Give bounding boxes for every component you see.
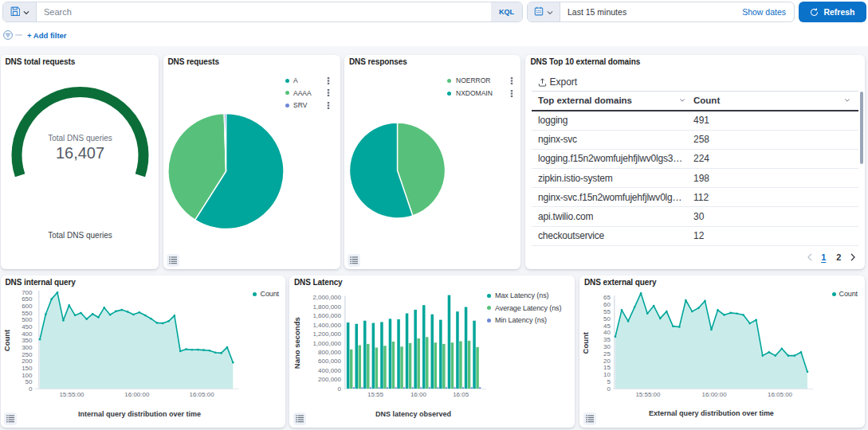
cell-domain[interactable]: api.twilio.com [532,207,688,225]
gauge-center-label: Total DNS queries [48,134,112,143]
table-row: logging491 [532,111,859,131]
cell-domain[interactable]: zipkin.istio-system [532,169,688,187]
time-range-value[interactable]: Last 15 minutes [560,2,734,22]
page-button-1[interactable]: 1 [817,250,830,264]
panel-title: DNS responses [349,57,407,66]
legend-item[interactable]: Average Latency (ns) [487,303,562,314]
svg-text:400,000: 400,000 [318,366,341,373]
column-header-domains[interactable]: Top external domains [532,92,688,110]
panel-requests: DNS requestsAAAAASRV [163,55,340,269]
legend-actions-icon[interactable] [327,102,330,109]
filter-bar: + Add filter [0,24,868,46]
column-header-label: Count [693,96,720,105]
responses-pie-chart [344,55,520,269]
date-quick-select-button[interactable] [528,2,560,22]
calendar-icon [534,6,544,18]
legend-actions-icon[interactable] [327,77,330,84]
svg-text:15: 15 [603,364,611,371]
legend-item[interactable]: AAAA [285,88,312,99]
panel-responses: DNS responsesNOERRORNXDOMAIN [344,55,520,269]
add-filter-button[interactable]: + Add filter [27,31,67,40]
cell-domain[interactable]: logging [532,111,688,130]
svg-text:400: 400 [22,330,33,337]
svg-text:50: 50 [25,378,32,385]
previous-page-button[interactable] [804,250,815,264]
legend-label: NOERROR [456,76,490,84]
legend-color-dot [447,79,451,83]
refresh-button[interactable]: Refresh [799,2,866,22]
legend-color-dot [447,92,451,96]
gauge-chart: Total DNS queries16,407Total DNS queries [1,55,159,269]
legend-item[interactable]: NXDOMAIN [447,88,493,99]
column-header-count[interactable]: Count [687,92,858,110]
svg-text:550: 550 [22,309,33,316]
kibana-dns-dashboard: Search KQL Last 15 minutes Show dates Re… [0,0,868,430]
column-header-label: Top external domains [538,96,632,105]
legend-actions-icon[interactable] [510,77,513,84]
cell-domain[interactable]: checkoutservice [532,227,688,245]
cell-domain[interactable]: logging.f15n2womfujehfjlwv0lgs3nog.... [532,150,688,168]
cell-count: 112 [687,188,858,206]
legend-color-dot [253,292,257,296]
legend-label: Count [261,290,280,298]
legend-label: SRV [293,101,307,109]
panel-external: DNS external query0510152025303540455055… [579,276,865,428]
legend-label: NXDOMAIN [456,89,493,97]
cell-domain[interactable]: nginx-svc [532,131,688,149]
svg-text:0: 0 [607,385,611,392]
cell-count: 258 [687,131,858,149]
legend-item[interactable]: Count [832,288,858,299]
panel-gauge: DNS total requestsTotal DNS queries16,40… [1,55,159,269]
legend-actions-icon[interactable] [510,90,513,97]
page-button-2[interactable]: 2 [832,250,845,264]
svg-text:16:00:00: 16:00:00 [124,391,150,398]
saved-query-menu-button[interactable] [3,2,37,22]
refresh-icon [810,8,819,17]
legend-toggle-button[interactable] [167,254,179,267]
next-page-button[interactable] [847,250,858,264]
legend-toggle-button[interactable] [293,412,306,425]
legend-color-dot [487,306,491,310]
svg-text:16:05: 16:05 [453,391,469,398]
svg-text:250: 250 [22,350,33,358]
legend-item[interactable]: Min Latency (ns) [487,315,547,326]
panel-table: DNS Top 10 external domainsExportTop ext… [525,55,866,269]
legend-item[interactable]: Count [253,288,279,299]
search-input[interactable]: Search KQL [37,2,522,22]
show-dates-button[interactable]: Show dates [734,2,794,22]
cell-count: 30 [687,207,858,225]
svg-text:60: 60 [603,301,611,308]
cell-domain[interactable]: nginx-svc.f15n2womfujehfjlwv0lgs3no... [532,188,688,206]
kql-badge[interactable]: KQL [491,2,522,22]
legend-item[interactable]: A [285,75,298,86]
panel-title: DNS external query [584,278,656,287]
legend-toggle-button[interactable] [348,254,360,267]
svg-text:16:00: 16:00 [410,391,427,398]
svg-text:16:05:00: 16:05:00 [768,390,793,397]
filter-icon[interactable] [3,30,13,40]
legend-item[interactable]: NOERROR [447,75,490,86]
table-pagination: 12 [804,250,858,264]
svg-text:15:55: 15:55 [367,391,384,398]
svg-text:600: 600 [22,303,33,310]
svg-text:Internal query distribution ov: Internal query distribution over time [77,409,200,417]
svg-text:1,800,000: 1,800,000 [312,303,341,310]
export-button[interactable]: Export [538,76,578,88]
legend-toggle-button[interactable] [4,412,17,425]
legend-item[interactable]: SRV [285,100,308,111]
legend-color-dot [285,79,289,83]
scrollbar-thumb[interactable] [860,92,863,164]
domains-table: Top external domainsCountlogging491nginx… [532,91,859,246]
legend-label: A [293,76,298,84]
chevron-down-icon [547,6,553,18]
legend-item[interactable]: Max Latency (ns) [487,290,549,301]
legend-toggle-button[interactable] [583,412,596,425]
svg-text:800,000: 800,000 [318,349,341,356]
svg-text:45: 45 [603,322,611,329]
sort-chevron-icon[interactable] [844,97,850,104]
svg-text:0: 0 [338,385,342,392]
svg-text:1,600,000: 1,600,000 [312,312,341,319]
legend-actions-icon[interactable] [327,89,330,96]
sort-chevron-icon[interactable] [679,97,685,104]
svg-text:100: 100 [22,371,33,378]
